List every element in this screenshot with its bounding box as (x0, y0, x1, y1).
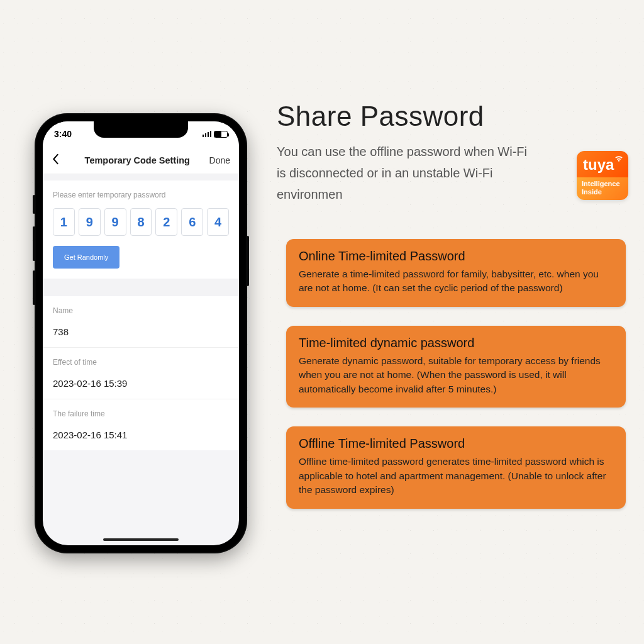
tuya-badge: tuya Intelligence Inside (577, 151, 628, 200)
feature-card: Offline Time-limited Password Offline ti… (286, 426, 626, 508)
phone-notch (94, 121, 188, 138)
pin-cell[interactable]: 9 (104, 208, 126, 236)
phone-mockup: 3:40 Temporary Code Setting Done Please … (35, 113, 247, 553)
fail-value: 2023-02-16 15:41 (53, 430, 229, 440)
pin-cell[interactable]: 6 (181, 208, 203, 236)
name-value: 738 (53, 326, 229, 337)
effect-label: Effect of time (53, 358, 229, 367)
wifi-icon (614, 155, 623, 164)
battery-icon (214, 131, 228, 138)
page-title: Share Password (277, 101, 626, 132)
pin-cell[interactable]: 2 (155, 208, 177, 236)
pin-cell[interactable]: 8 (130, 208, 152, 236)
fail-label: The failure time (53, 409, 229, 418)
feature-card: Time-limited dynamic password Generate d… (286, 326, 626, 408)
pin-cell[interactable]: 4 (207, 208, 229, 236)
nav-bar: Temporary Code Setting Done (43, 147, 239, 174)
card-body: Offline time-limited password generates … (299, 455, 613, 497)
failure-time-section[interactable]: The failure time 2023-02-16 15:41 (43, 399, 239, 450)
feature-card: Online Time-limited Password Generate a … (286, 239, 626, 307)
done-button[interactable]: Done (209, 155, 230, 165)
signal-icon (203, 131, 212, 137)
card-title: Offline Time-limited Password (299, 436, 613, 451)
password-prompt: Please enter temporary password (53, 191, 229, 199)
pin-cell[interactable]: 9 (79, 208, 101, 236)
password-section: Please enter temporary password 1 9 9 8 … (43, 180, 239, 279)
pin-cell[interactable]: 1 (53, 208, 75, 236)
card-title: Online Time-limited Password (299, 249, 613, 264)
effect-value: 2023-02-16 15:39 (53, 378, 229, 389)
get-randomly-button[interactable]: Get Randomly (53, 246, 119, 269)
name-label: Name (53, 306, 229, 315)
status-time: 3:40 (54, 129, 72, 139)
name-section[interactable]: Name 738 (43, 296, 239, 347)
badge-brand: tuya (583, 156, 614, 173)
page-subtitle: You can use the offline password when Wi… (277, 141, 528, 205)
card-body: Generate dynamic password, suitable for … (299, 354, 613, 396)
card-body: Generate a time-limited password for fam… (299, 267, 613, 296)
pin-input[interactable]: 1 9 9 8 2 6 4 (53, 208, 229, 236)
feature-cards: Online Time-limited Password Generate a … (286, 239, 626, 509)
home-indicator[interactable] (103, 538, 179, 541)
card-title: Time-limited dynamic password (299, 336, 613, 350)
effect-time-section[interactable]: Effect of time 2023-02-16 15:39 (43, 347, 239, 399)
badge-tagline: Intelligence Inside (577, 177, 628, 200)
nav-title: Temporary Code Setting (85, 155, 190, 165)
back-button[interactable] (52, 153, 65, 167)
